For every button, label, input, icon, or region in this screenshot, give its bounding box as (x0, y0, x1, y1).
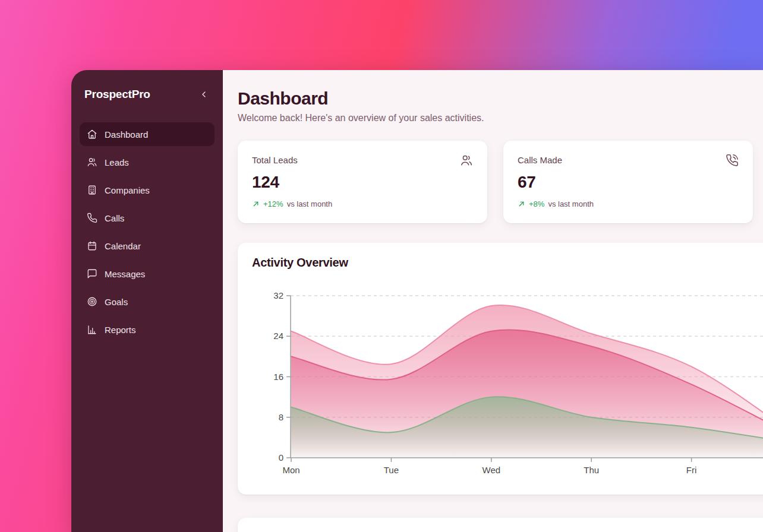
phone-icon (87, 213, 97, 223)
stat-label: Calls Made (518, 155, 562, 165)
sidebar-item-leads[interactable]: Leads (80, 150, 215, 174)
sidebar-item-companies[interactable]: Companies (80, 178, 215, 202)
sidebar-item-label: Dashboard (105, 129, 148, 140)
message-icon (87, 268, 97, 279)
trend-up-icon (518, 200, 525, 208)
building-icon (87, 185, 97, 195)
trend-suffix: vs last month (548, 200, 594, 208)
sidebar-item-label: Companies (105, 185, 150, 195)
svg-text:32: 32 (273, 290, 283, 300)
chart-wrap: 08162432MonTueWedThuFriSat (252, 276, 763, 481)
sidebar-collapse-button[interactable] (198, 88, 210, 100)
target-icon (87, 296, 97, 307)
sidebar-item-reports[interactable]: Reports (80, 318, 215, 341)
stat-card-header: Calls Made (518, 155, 739, 167)
trend-value: +8% (529, 200, 544, 208)
trend-up-icon (252, 200, 260, 208)
sidebar-item-goals[interactable]: Goals (80, 290, 215, 314)
stat-label: Total Leads (252, 155, 298, 165)
sidebar-nav: Dashboard Leads Companies Calls (80, 122, 215, 346)
svg-text:Mon: Mon (282, 465, 299, 475)
sidebar-item-label: Leads (105, 157, 129, 167)
svg-text:Fri: Fri (686, 465, 697, 475)
sidebar-item-label: Calendar (105, 241, 141, 251)
stat-trend: +12% vs last month (252, 200, 473, 208)
sidebar-item-label: Calls (105, 213, 124, 223)
svg-text:24: 24 (273, 331, 283, 341)
sidebar-item-messages[interactable]: Messages (80, 262, 215, 286)
stat-card-total-leads: Total Leads 124 +12% vs last month (238, 141, 487, 223)
bar-chart-icon (87, 324, 97, 335)
svg-text:8: 8 (279, 412, 283, 422)
svg-text:Wed: Wed (483, 465, 501, 475)
sidebar-item-dashboard[interactable]: Dashboard (80, 122, 215, 146)
sidebar-header: ProspectPro (80, 81, 215, 101)
page-title: Dashboard (238, 88, 763, 109)
app-title: ProspectPro (84, 88, 150, 101)
stat-trend: +8% vs last month (518, 200, 739, 208)
bottom-card (238, 518, 763, 532)
page-header: Dashboard Welcome back! Here's an overvi… (238, 88, 763, 124)
calendar-icon (87, 240, 97, 251)
sidebar-item-calls[interactable]: Calls (80, 206, 215, 230)
stat-card-header: Total Leads (252, 155, 473, 167)
chart-title: Activity Overview (252, 256, 763, 270)
sidebar: ProspectPro Dashboard Leads (71, 70, 223, 532)
sidebar-item-calendar[interactable]: Calendar (80, 234, 215, 258)
stat-value: 67 (518, 173, 739, 192)
users-icon (87, 157, 97, 167)
trend-value: +12% (263, 200, 283, 208)
users-icon (460, 154, 473, 167)
sidebar-item-label: Reports (105, 325, 136, 335)
svg-text:16: 16 (273, 372, 283, 382)
home-icon (87, 129, 97, 140)
page-subtitle: Welcome back! Here's an overview of your… (238, 112, 763, 124)
stat-value: 124 (252, 173, 473, 192)
sidebar-item-label: Goals (105, 297, 128, 307)
app-window: ProspectPro Dashboard Leads (71, 70, 763, 532)
stats-row: Total Leads 124 +12% vs last month Calls (238, 141, 763, 223)
trend-suffix: vs last month (287, 200, 333, 208)
activity-overview-card: Activity Overview 08162432MonTueWedThuFr… (238, 243, 763, 495)
sidebar-item-label: Messages (105, 269, 145, 279)
stat-card-calls-made: Calls Made 67 +8% vs last month (503, 141, 753, 223)
chevron-left-icon (199, 90, 209, 99)
svg-text:Tue: Tue (384, 465, 399, 475)
svg-text:0: 0 (279, 452, 283, 463)
activity-chart: 08162432MonTueWedThuFriSat (252, 276, 763, 481)
svg-text:Thu: Thu (584, 465, 599, 475)
main-content: Dashboard Welcome back! Here's an overvi… (223, 70, 763, 532)
phone-call-icon (726, 154, 739, 167)
desktop-background: { "app": { "name": "ProspectPro" }, "sid… (0, 0, 763, 532)
